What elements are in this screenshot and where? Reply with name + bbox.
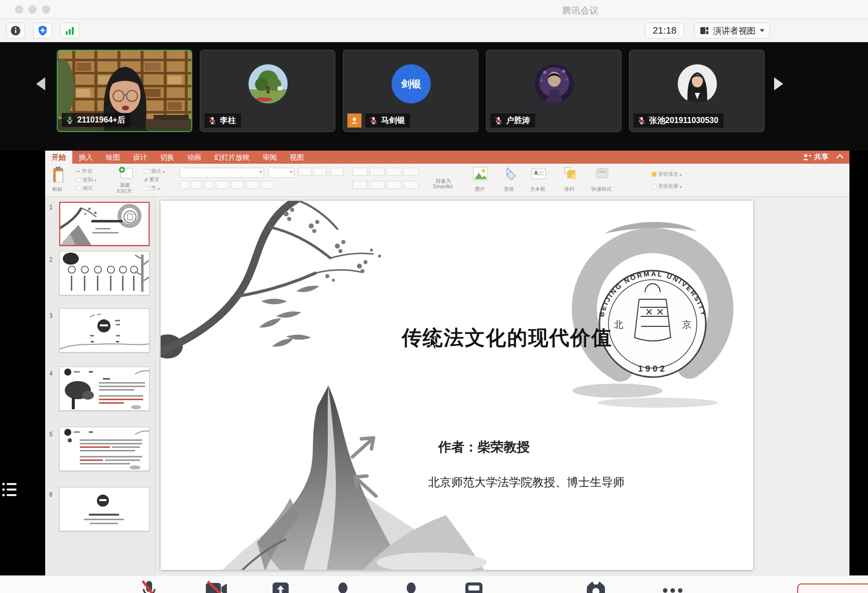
slide-number: 4 [49, 370, 53, 377]
font-size-select[interactable] [268, 168, 294, 178]
camera-button[interactable] [205, 581, 228, 593]
new-slide-icon[interactable] [118, 166, 134, 180]
participants-button[interactable] [404, 582, 419, 593]
minimize-window-icon[interactable] [29, 6, 37, 14]
shared-screen-powerpoint: 开始 插入 绘图 设计 切换 动画 幻灯片放映 审阅 视图 共享 [45, 151, 849, 575]
tab-review[interactable]: 审阅 [256, 151, 283, 164]
decrease-font-button[interactable] [313, 168, 326, 176]
format-painter-button[interactable]: 格式 [76, 185, 93, 192]
shape-fill-button[interactable]: 形状填充 [652, 171, 682, 178]
tab-slideshow[interactable]: 幻灯片放映 [208, 151, 256, 164]
collapse-ribbon-icon[interactable] [836, 154, 843, 161]
participant-tile-3[interactable]: 剑银 马剑银 [343, 50, 478, 132]
slide-thumbnail-panel: 1 2 [45, 197, 156, 575]
tab-design[interactable]: 设计 [127, 151, 154, 164]
participant-name-chip: 李柱 [204, 113, 241, 128]
textbox-label[interactable]: 文本框 [530, 186, 545, 193]
participant-name: 21101964+后 [77, 115, 126, 126]
reset-button[interactable]: ↺重置 [144, 176, 159, 183]
increase-font-button[interactable] [298, 168, 311, 176]
slide-canvas: BEIJING NORMAL UNIVERSITY 1902 北 京 [156, 197, 849, 575]
tab-animations[interactable]: 动画 [181, 151, 208, 164]
tab-draw[interactable]: 绘图 [99, 151, 127, 164]
picture-icon[interactable] [473, 167, 488, 181]
bullets-button[interactable] [352, 168, 367, 176]
scroll-right-icon[interactable] [774, 77, 783, 90]
record-button[interactable] [585, 581, 606, 593]
text-shadow-button[interactable] [231, 181, 244, 189]
slide-thumbnail-5[interactable] [59, 427, 150, 471]
copy-button[interactable]: 复制 [76, 176, 96, 183]
shapes-icon[interactable] [502, 167, 517, 181]
shapes-label[interactable]: 形状 [504, 186, 514, 193]
participant-name-chip: 张池201911030530 [634, 113, 723, 128]
strikethrough-button[interactable] [216, 181, 229, 189]
quick-styles-icon[interactable] [595, 167, 610, 181]
participant-tile-5[interactable]: 张池201911030530 [629, 50, 765, 132]
align-left-button[interactable] [352, 181, 367, 189]
view-mode-button[interactable]: 演讲者视图 [694, 23, 770, 39]
meeting-info-button[interactable] [6, 23, 25, 39]
participant-name: 户胜涛 [506, 115, 530, 126]
university-seal-art: BEIJING NORMAL UNIVERSITY 1902 北 京 [557, 206, 753, 412]
mute-button[interactable] [140, 580, 159, 593]
align-center-button[interactable] [369, 181, 385, 189]
slide-thumbnail-1[interactable] [59, 202, 150, 246]
avatar [249, 64, 288, 103]
smartart-label-2[interactable]: SmartArt [433, 184, 452, 189]
textbox-icon[interactable]: A [530, 167, 547, 181]
tab-transitions[interactable]: 切换 [154, 151, 181, 164]
more-apps-button[interactable] [464, 581, 484, 593]
current-slide[interactable]: BEIJING NORMAL UNIVERSITY 1902 北 京 [161, 201, 753, 570]
new-slide-label-2[interactable]: 幻灯片 [117, 188, 132, 195]
security-button[interactable] [33, 23, 52, 39]
tab-insert[interactable]: 插入 [72, 151, 99, 164]
slide-thumbnail-3[interactable] [59, 308, 150, 352]
indent-button[interactable] [387, 168, 402, 176]
cut-button[interactable]: ✂剪切 [76, 168, 92, 175]
zoom-window-icon[interactable] [42, 6, 50, 14]
slide-thumbnail-6[interactable] [59, 487, 150, 531]
font-name-select[interactable] [180, 168, 264, 178]
leave-meeting-button[interactable] [797, 583, 868, 593]
speaker-view-icon [700, 27, 709, 35]
section-button[interactable]: 节 [144, 185, 160, 192]
invite-button[interactable] [335, 582, 350, 593]
text-direction-button[interactable] [404, 181, 419, 189]
tab-home[interactable]: 开始 [45, 151, 72, 164]
thumbnail-art [60, 488, 149, 531]
tab-view[interactable]: 视图 [283, 151, 310, 164]
numbering-button[interactable] [369, 168, 385, 176]
clear-format-button[interactable] [330, 168, 343, 176]
char-spacing-button[interactable] [246, 181, 259, 189]
arrange-label[interactable]: 排列 [564, 186, 574, 193]
participant-tile-4[interactable]: 户胜涛 [486, 50, 622, 132]
text-color-button[interactable] [261, 181, 274, 189]
shape-outline-button[interactable]: 形状轮廓 [652, 183, 682, 190]
network-quality-button[interactable] [60, 23, 79, 39]
ppt-share-button[interactable]: 共享 [803, 153, 828, 162]
picture-label[interactable]: 图片 [475, 186, 485, 193]
participant-tile-1[interactable]: 21101964+后 [57, 50, 192, 132]
shield-icon [37, 25, 48, 36]
bold-button[interactable] [180, 181, 190, 189]
more-button[interactable] [662, 587, 684, 593]
paste-label[interactable]: 粘贴 [52, 186, 62, 193]
quick-styles-label[interactable]: 快速样式 [591, 186, 611, 193]
paste-icon[interactable] [52, 167, 65, 184]
scroll-left-icon[interactable] [36, 77, 45, 90]
close-window-icon[interactable] [15, 6, 23, 14]
outline-panel-icon[interactable] [1, 480, 18, 500]
participant-tile-2[interactable]: 李柱 [200, 50, 335, 132]
line-spacing-button[interactable] [404, 168, 419, 176]
slide-thumbnail-2[interactable] [59, 251, 150, 295]
underline-button[interactable] [204, 181, 214, 189]
slide-thumbnail-4[interactable] [59, 367, 150, 411]
arrange-icon[interactable] [563, 167, 578, 181]
slide-number: 5 [49, 431, 53, 438]
share-screen-button[interactable] [271, 581, 290, 593]
layout-button[interactable]: 版式 [144, 168, 165, 175]
align-right-button[interactable] [387, 181, 402, 189]
participant-name: 马剑银 [381, 115, 405, 126]
italic-button[interactable] [192, 181, 202, 189]
